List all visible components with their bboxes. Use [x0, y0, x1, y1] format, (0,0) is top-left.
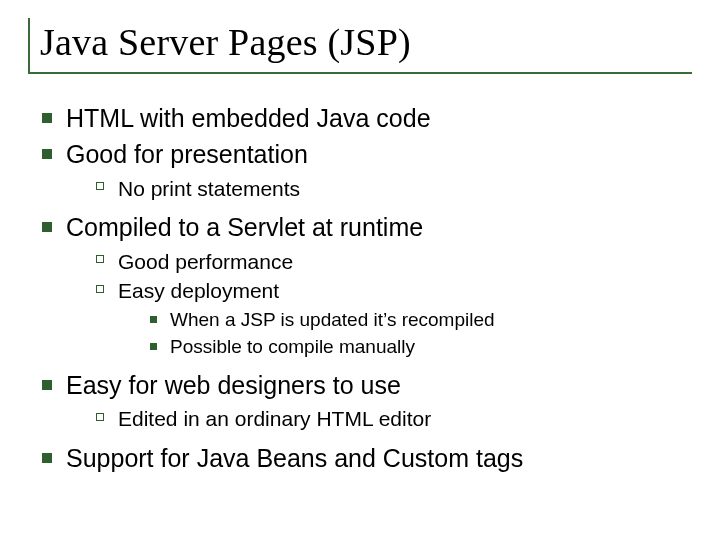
sub-item: No print statements: [118, 174, 692, 203]
slide-title: Java Server Pages (JSP): [40, 20, 692, 64]
bullet-text: Good for presentation: [66, 140, 308, 168]
subsub-item: Possible to compile manually: [170, 334, 692, 361]
bullet-text: Easy for web designers to use: [66, 371, 401, 399]
sub-list: Edited in an ordinary HTML editor: [66, 404, 692, 433]
sub-item: Edited in an ordinary HTML editor: [118, 404, 692, 433]
sub-list: No print statements: [66, 174, 692, 203]
bullet-item: Support for Java Beans and Custom tags: [66, 442, 692, 476]
subsub-item: When a JSP is updated it’s recompiled: [170, 307, 692, 334]
sub-list: Good performance Easy deployment When a …: [66, 247, 692, 361]
bullet-item: HTML with embedded Java code: [66, 102, 692, 136]
bullet-text: Compiled to a Servlet at runtime: [66, 213, 423, 241]
bullet-item: Good for presentation No print statement…: [66, 138, 692, 203]
bullet-item: Compiled to a Servlet at runtime Good pe…: [66, 211, 692, 361]
bullet-item: Easy for web designers to use Edited in …: [66, 369, 692, 434]
bullet-list: HTML with embedded Java code Good for pr…: [28, 102, 692, 476]
sub-item: Good performance: [118, 247, 692, 276]
sub-item: Easy deployment When a JSP is updated it…: [118, 276, 692, 361]
subsub-list: When a JSP is updated it’s recompiled Po…: [118, 307, 692, 360]
sub-text: Easy deployment: [118, 279, 279, 302]
slide: Java Server Pages (JSP) HTML with embedd…: [0, 0, 720, 540]
title-rule: Java Server Pages (JSP): [28, 18, 692, 74]
